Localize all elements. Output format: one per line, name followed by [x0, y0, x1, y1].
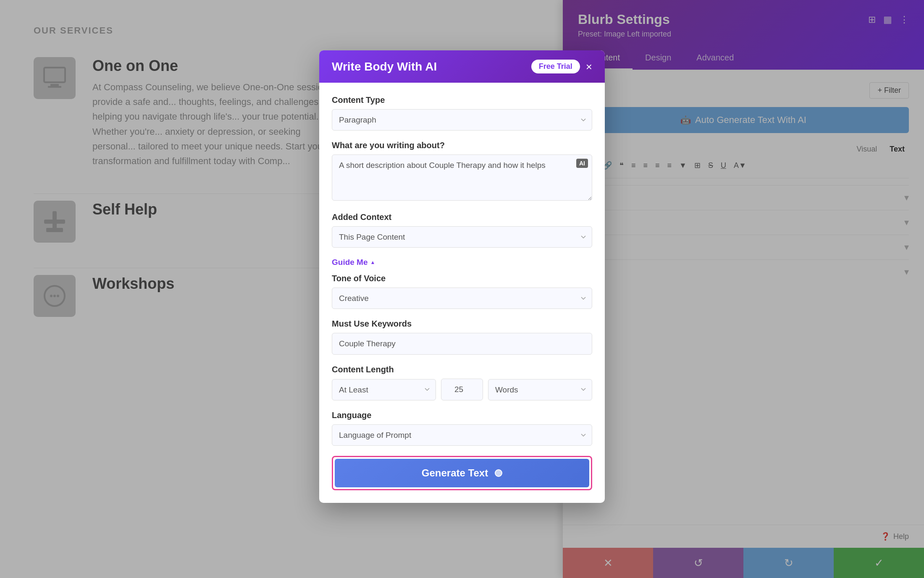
content-length-qualifier-select[interactable]: At Least Exactly At Most: [332, 379, 436, 400]
writing-about-wrapper: A short description about Couple Therapy…: [332, 154, 592, 202]
ai-modal-title: Write Body With AI: [332, 60, 437, 73]
content-length-unit-select[interactable]: Words Sentences Paragraphs: [488, 379, 592, 400]
keywords-label: Must Use Keywords: [332, 319, 592, 329]
content-type-label: Content Type: [332, 95, 592, 105]
content-type-select[interactable]: Paragraph Bullet Points Numbered List: [332, 109, 592, 131]
keywords-input[interactable]: [332, 333, 592, 355]
ai-modal: Write Body With AI Free Trial × Content …: [319, 50, 605, 503]
free-trial-badge: Free Trial: [531, 60, 580, 73]
generate-button-label: Generate Text: [422, 467, 488, 479]
tone-of-voice-group: Tone of Voice Creative Professional Casu…: [332, 274, 592, 309]
close-button[interactable]: ×: [586, 61, 592, 72]
content-length-group: Content Length At Least Exactly At Most …: [332, 365, 592, 400]
writing-about-group: What are you writing about? A short desc…: [332, 141, 592, 202]
writing-about-textarea[interactable]: A short description about Couple Therapy…: [332, 154, 592, 201]
added-context-label: Added Context: [332, 212, 592, 222]
ai-modal-header: Write Body With AI Free Trial ×: [319, 50, 605, 83]
content-length-number-input[interactable]: [441, 379, 483, 400]
language-label: Language: [332, 411, 592, 420]
writing-about-label: What are you writing about?: [332, 141, 592, 150]
ai-modal-header-right: Free Trial ×: [531, 60, 592, 73]
content-length-label: Content Length: [332, 365, 592, 374]
keywords-group: Must Use Keywords: [332, 319, 592, 355]
content-length-row: At Least Exactly At Most Words Sentences…: [332, 379, 592, 400]
ai-modal-overlay: Write Body With AI Free Trial × Content …: [0, 0, 924, 578]
ai-indicator-badge: AI: [576, 159, 588, 168]
content-type-group: Content Type Paragraph Bullet Points Num…: [332, 95, 592, 131]
tone-of-voice-select[interactable]: Creative Professional Casual Formal: [332, 288, 592, 309]
generate-button-wrapper: Generate Text: [332, 456, 592, 490]
cursor-indicator: [495, 469, 502, 477]
added-context-select[interactable]: This Page Content None Custom: [332, 226, 592, 248]
language-select[interactable]: Language of Prompt English Spanish Frenc…: [332, 424, 592, 446]
added-context-group: Added Context This Page Content None Cus…: [332, 212, 592, 248]
language-group: Language Language of Prompt English Span…: [332, 411, 592, 446]
tone-of-voice-label: Tone of Voice: [332, 274, 592, 283]
generate-button[interactable]: Generate Text: [335, 459, 589, 487]
ai-modal-body: Content Type Paragraph Bullet Points Num…: [319, 83, 605, 503]
guide-me-link[interactable]: Guide Me: [332, 258, 375, 267]
